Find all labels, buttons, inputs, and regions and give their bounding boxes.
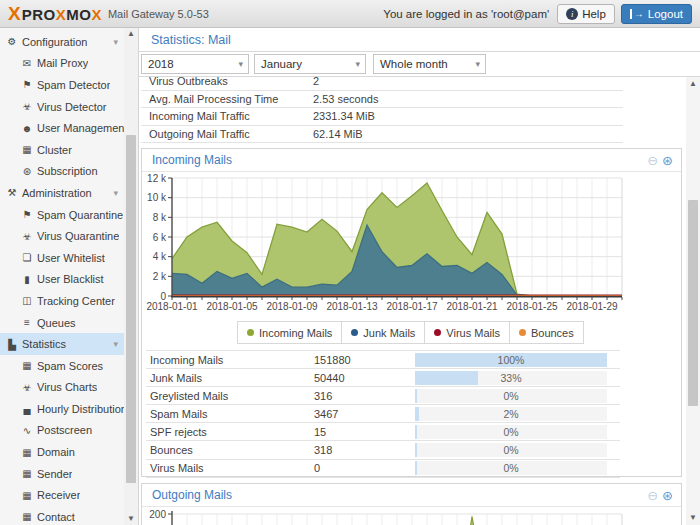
svg-text:2018-01-29: 2018-01-29 (566, 301, 618, 312)
percent-bar: 33% (415, 371, 607, 385)
collapse-circle-icon[interactable]: ⊖ (647, 489, 658, 502)
range-select[interactable]: Whole month ▾ (373, 54, 486, 74)
outgoing-mails-chart: 200 (142, 508, 681, 525)
table-row: Virus Outbreaks2 (141, 77, 623, 91)
sidebar-item-queues[interactable]: ≡Queues (0, 312, 124, 334)
collapse-circle-icon[interactable]: ⊖ (647, 154, 658, 167)
sidebar-item-virus-charts[interactable]: ☣Virus Charts (0, 377, 124, 399)
scroll-up-icon[interactable]: ▲ (124, 28, 138, 40)
legend-dot-icon (519, 329, 526, 336)
sidebar-item-user-whitelist[interactable]: ❏User Whitelist (0, 247, 124, 269)
percent-bar: 0% (415, 461, 607, 475)
sidebar-item-label: Virus Detector (37, 101, 107, 113)
sidebar-item-spam-quarantine[interactable]: ⚑Spam Quarantine (0, 204, 124, 226)
sidebar-item-label: Hourly Distribution (37, 403, 124, 415)
sidebar-section-administration[interactable]: ⚒Administration▾ (0, 182, 124, 204)
page-title: Statistics: Mail (151, 33, 231, 47)
scroll-down-icon[interactable]: ▼ (686, 512, 700, 524)
users-icon: ☻ (20, 123, 34, 134)
chart-settings-icon[interactable]: ⊛ (662, 154, 673, 167)
table-row: Junk Mails5044033% (146, 369, 620, 387)
help-button[interactable]: i Help (557, 4, 615, 24)
chevron-down-icon: ▾ (355, 59, 360, 69)
sidebar-item-hourly-distribution[interactable]: ▄Hourly Distribution (0, 398, 124, 420)
sidebar-item-contact[interactable]: ▦Contact (0, 506, 124, 525)
sidebar-section-statistics[interactable]: ▙Statistics▾ (0, 333, 124, 355)
legend-dot-icon (247, 329, 254, 336)
sidebar-item-label: User Management (37, 122, 124, 134)
content-scrollbar-thumb[interactable] (688, 200, 698, 406)
table-row: Greylisted Mails3160% (146, 387, 620, 405)
logout-button[interactable]: → Logout (621, 4, 692, 24)
sidebar-scrollbar-thumb[interactable] (126, 135, 136, 483)
sidebar-item-label: Receiver (37, 489, 80, 501)
sidebar-item-spam-scores[interactable]: ▦Spam Scores (0, 355, 124, 377)
table-icon: ▦ (20, 468, 34, 479)
sidebar-item-virus-detector[interactable]: ☣Virus Detector (0, 96, 124, 118)
percent-bar: 100% (415, 353, 607, 367)
incoming-mails-chart: 02 k4 k6 k8 k10 k12 k2018-01-012018-01-0… (142, 173, 681, 313)
table-row: Bounces3180% (146, 441, 620, 459)
sidebar-item-sender[interactable]: ▦Sender (0, 463, 124, 485)
percent-label: 100% (415, 353, 607, 367)
legend-item-junk-mails[interactable]: Junk Mails (341, 322, 424, 343)
brand-x-icon: X (8, 4, 21, 23)
incoming-panel-header: Incoming Mails ⊖ ⊛ (142, 149, 681, 172)
sidebar-item-subscription[interactable]: ⊛Subscription (0, 161, 124, 183)
sidebar-item-cluster[interactable]: ▦Cluster (0, 139, 124, 161)
statistics-content: Virus Outbreaks2Avg. Mail Processing Tim… (138, 77, 686, 525)
legend-label: Bounces (531, 327, 574, 339)
sidebar-item-label: Virus Quarantine (37, 230, 119, 242)
sidebar-item-spam-detector[interactable]: ⚑Spam Detector (0, 74, 124, 96)
table-icon: ▦ (20, 511, 34, 522)
chevron-down-icon: ▾ (238, 59, 243, 69)
sidebar-item-tracking-center[interactable]: ◫Tracking Center (0, 290, 124, 312)
mail-summary-table: Virus Outbreaks2Avg. Mail Processing Tim… (141, 77, 623, 143)
table-row: Avg. Mail Processing Time2.53 seconds (141, 91, 623, 109)
outgoing-panel-header: Outgoing Mails ⊖ ⊛ (142, 484, 681, 507)
percent-bar: 0% (415, 389, 607, 403)
book-icon: ◫ (20, 295, 34, 306)
chevron-down-icon: ▾ (113, 188, 118, 198)
sidebar-item-mail-proxy[interactable]: ✉Mail Proxy (0, 53, 124, 75)
year-select[interactable]: 2018 ▾ (141, 54, 249, 74)
percent-bar: 2% (415, 407, 607, 421)
svg-text:2018-01-01: 2018-01-01 (146, 301, 198, 312)
sidebar-item-receiver[interactable]: ▦Receiver (0, 484, 124, 506)
legend-item-virus-mails[interactable]: Virus Mails (424, 322, 509, 343)
table-row: SPF rejects150% (146, 423, 620, 441)
month-select[interactable]: January ▾ (254, 54, 366, 74)
chart-settings-icon[interactable]: ⊛ (662, 489, 673, 502)
range-value: Whole month (380, 58, 448, 70)
sidebar-item-label: Virus Charts (37, 381, 97, 393)
sidebar-item-label: Contact (37, 511, 75, 523)
sidebar-item-label: Queues (37, 317, 76, 329)
sidebar-section-configuration[interactable]: ⚙Configuration▾ (0, 31, 124, 53)
svg-text:2018-01-25: 2018-01-25 (506, 301, 558, 312)
scroll-down-icon[interactable]: ▼ (124, 513, 138, 525)
row-count: 151880 (314, 354, 415, 366)
legend-label: Virus Mails (446, 327, 500, 339)
table-row: Incoming Mail Traffic2331.34 MiB (141, 108, 623, 126)
bar-chart-icon: ▙ (5, 339, 19, 350)
svg-text:0: 0 (160, 291, 166, 302)
sidebar-item-postscreen[interactable]: ∿Postscreen (0, 420, 124, 442)
sidebar-item-user-blacklist[interactable]: ▮User Blacklist (0, 269, 124, 291)
brand-letter: X (91, 6, 102, 23)
chart-legend: Incoming MailsJunk MailsVirus MailsBounc… (237, 321, 584, 344)
row-count: 15 (314, 426, 415, 438)
content-scrollbar[interactable]: ▲ ▼ (686, 77, 700, 525)
sidebar-item-label: Tracking Center (37, 295, 115, 307)
brand-letter: X (56, 6, 67, 23)
content-titlebar: Statistics: Mail (138, 28, 700, 52)
legend-label: Incoming Mails (259, 327, 332, 339)
sidebar-item-user-management[interactable]: ☻User Management (0, 117, 124, 139)
sidebar-item-virus-quarantine[interactable]: ☣Virus Quarantine (0, 225, 124, 247)
scroll-up-icon[interactable]: ▲ (686, 78, 700, 90)
legend-item-incoming-mails[interactable]: Incoming Mails (238, 322, 341, 343)
legend-item-bounces[interactable]: Bounces (509, 322, 583, 343)
row-label: Junk Mails (146, 372, 314, 384)
sidebar-scrollbar[interactable]: ▲ ▼ (124, 28, 138, 525)
envelope-icon: ✉ (20, 58, 34, 69)
sidebar-item-domain[interactable]: ▦Domain (0, 441, 124, 463)
